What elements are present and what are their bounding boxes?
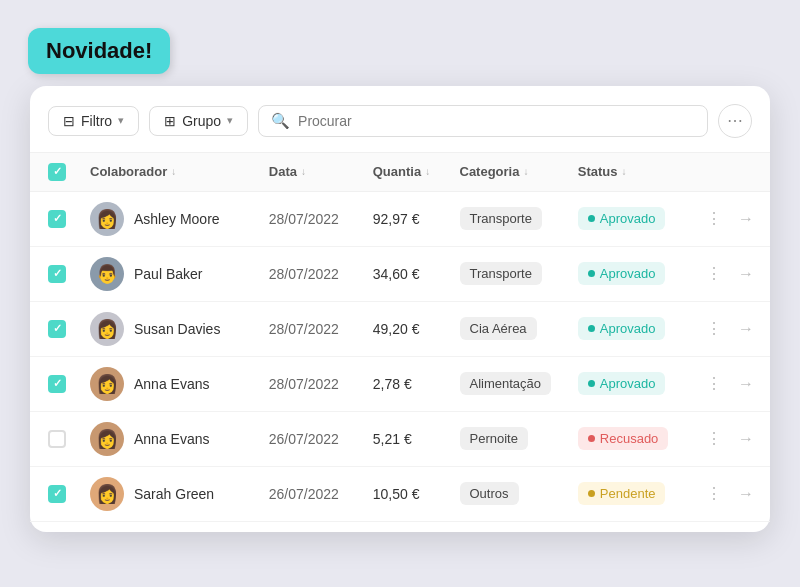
user-name: Anna Evans	[134, 376, 210, 392]
row-date-cell: 28/07/2022	[257, 246, 361, 301]
avatar: 👩	[90, 422, 124, 456]
row-name-cell: 👩Anna Evans	[78, 356, 257, 411]
group-button[interactable]: ⊞ Grupo ▾	[149, 106, 248, 136]
row-navigate-button[interactable]: →	[734, 263, 758, 285]
table-row: 👩Anna Evans28/07/20222,78 €AlimentaçãoAp…	[30, 356, 770, 411]
row-checkbox[interactable]	[48, 375, 66, 393]
status-text: Pendente	[600, 486, 656, 501]
row-date-cell: 26/07/2022	[257, 411, 361, 466]
row-name-cell: 👩Ashley Moore	[78, 191, 257, 246]
status-text: Aprovado	[600, 211, 656, 226]
group-icon: ⊞	[164, 113, 176, 129]
row-checkbox-cell	[30, 466, 78, 521]
row-more-button[interactable]: ⋮	[702, 317, 726, 340]
main-card: ⊟ Filtro ▾ ⊞ Grupo ▾ 🔍 ⋯ Colaborador	[30, 86, 770, 532]
expenses-table: Colaborador ↓ Data ↓ Quantia ↓	[30, 152, 770, 522]
checkbox-header	[30, 152, 78, 191]
row-more-button[interactable]: ⋮	[702, 207, 726, 230]
row-checkbox[interactable]	[48, 265, 66, 283]
row-status-cell: Aprovado	[566, 191, 690, 246]
table-row: 👩Ashley Moore28/07/202292,97 €Transporte…	[30, 191, 770, 246]
group-chevron: ▾	[227, 114, 233, 127]
row-more-button[interactable]: ⋮	[702, 427, 726, 450]
row-more-button[interactable]: ⋮	[702, 372, 726, 395]
status-badge: Aprovado	[578, 317, 666, 340]
row-actions-cell: ⋮→	[690, 246, 770, 301]
status-text: Recusado	[600, 431, 659, 446]
filter-button[interactable]: ⊟ Filtro ▾	[48, 106, 139, 136]
row-status-cell: Recusado	[566, 411, 690, 466]
row-navigate-button[interactable]: →	[734, 483, 758, 505]
sort-arrow: ↓	[425, 166, 430, 177]
row-amount-cell: 49,20 €	[361, 301, 448, 356]
row-checkbox[interactable]	[48, 210, 66, 228]
row-category-cell: Pernoite	[448, 411, 566, 466]
sort-arrow: ↓	[171, 166, 176, 177]
row-category-cell: Outros	[448, 466, 566, 521]
row-category-cell: Transporte	[448, 246, 566, 301]
select-all-checkbox[interactable]	[48, 163, 66, 181]
filter-label: Filtro	[81, 113, 112, 129]
row-navigate-button[interactable]: →	[734, 428, 758, 450]
more-options-button[interactable]: ⋯	[718, 104, 752, 138]
col-categoria: Categoria ↓	[448, 152, 566, 191]
status-badge: Pendente	[578, 482, 666, 505]
row-name-cell: 👩Sarah Green	[78, 466, 257, 521]
row-amount-cell: 34,60 €	[361, 246, 448, 301]
category-badge: Outros	[460, 482, 519, 505]
row-navigate-button[interactable]: →	[734, 373, 758, 395]
row-actions-cell: ⋮→	[690, 356, 770, 411]
search-icon: 🔍	[271, 112, 290, 130]
status-dot	[588, 435, 595, 442]
status-text: Aprovado	[600, 266, 656, 281]
row-checkbox[interactable]	[48, 430, 66, 448]
filter-chevron: ▾	[118, 114, 124, 127]
user-name: Anna Evans	[134, 431, 210, 447]
row-actions-cell: ⋮→	[690, 301, 770, 356]
row-name-cell: 👩Susan Davies	[78, 301, 257, 356]
row-more-button[interactable]: ⋮	[702, 482, 726, 505]
user-name: Sarah Green	[134, 486, 214, 502]
status-badge: Recusado	[578, 427, 669, 450]
avatar: 👩	[90, 367, 124, 401]
table-header-row: Colaborador ↓ Data ↓ Quantia ↓	[30, 152, 770, 191]
row-category-cell: Transporte	[448, 191, 566, 246]
avatar: 👩	[90, 477, 124, 511]
row-amount-cell: 5,21 €	[361, 411, 448, 466]
search-input[interactable]	[298, 113, 695, 129]
sort-arrow: ↓	[622, 166, 627, 177]
row-category-cell: Cia Aérea	[448, 301, 566, 356]
sort-arrow: ↓	[301, 166, 306, 177]
filter-icon: ⊟	[63, 113, 75, 129]
row-date-cell: 28/07/2022	[257, 356, 361, 411]
status-text: Aprovado	[600, 321, 656, 336]
row-checkbox-cell	[30, 191, 78, 246]
user-name: Paul Baker	[134, 266, 202, 282]
avatar: 👨	[90, 257, 124, 291]
table-row: 👩Sarah Green26/07/202210,50 €OutrosPende…	[30, 466, 770, 521]
row-checkbox[interactable]	[48, 320, 66, 338]
col-actions	[690, 152, 770, 191]
row-checkbox-cell	[30, 356, 78, 411]
row-date-cell: 28/07/2022	[257, 191, 361, 246]
row-navigate-button[interactable]: →	[734, 208, 758, 230]
status-text: Aprovado	[600, 376, 656, 391]
row-status-cell: Pendente	[566, 466, 690, 521]
row-status-cell: Aprovado	[566, 246, 690, 301]
category-badge: Pernoite	[460, 427, 528, 450]
row-name-cell: 👨Paul Baker	[78, 246, 257, 301]
row-amount-cell: 10,50 €	[361, 466, 448, 521]
row-actions-cell: ⋮→	[690, 466, 770, 521]
status-dot	[588, 270, 595, 277]
novidade-badge: Novidade!	[28, 28, 170, 74]
col-data: Data ↓	[257, 152, 361, 191]
sort-arrow: ↓	[523, 166, 528, 177]
status-badge: Aprovado	[578, 262, 666, 285]
col-colaborador: Colaborador ↓	[78, 152, 257, 191]
user-name: Ashley Moore	[134, 211, 220, 227]
row-navigate-button[interactable]: →	[734, 318, 758, 340]
row-checkbox[interactable]	[48, 485, 66, 503]
status-dot	[588, 215, 595, 222]
row-more-button[interactable]: ⋮	[702, 262, 726, 285]
category-badge: Cia Aérea	[460, 317, 537, 340]
